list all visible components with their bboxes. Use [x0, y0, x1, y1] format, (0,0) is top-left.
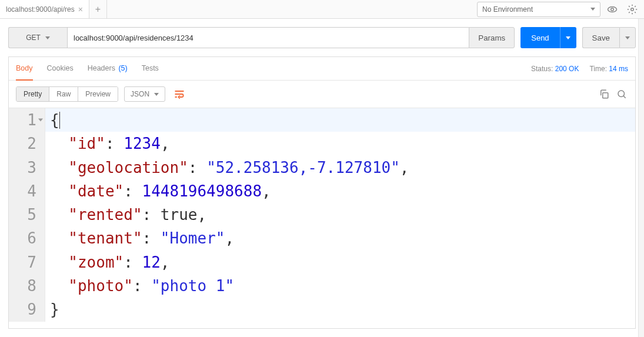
response-panel: Body Cookies Headers (5) Tests Status: 2… [8, 56, 636, 329]
line-number: 8 [9, 274, 45, 298]
tab-cookies[interactable]: Cookies [47, 57, 74, 81]
status-value: 200 OK [555, 65, 579, 73]
code-line: 9} [9, 298, 635, 321]
environment-label: No Environment [482, 5, 533, 14]
new-tab-button[interactable]: + [89, 0, 107, 18]
search-icon[interactable] [615, 88, 628, 101]
code-line: 8 "photo": "photo 1" [9, 274, 635, 298]
environment-preview-icon[interactable] [604, 2, 620, 17]
tab-tests[interactable]: Tests [142, 57, 159, 81]
code-line: 5 "rented": true, [9, 203, 635, 226]
send-button[interactable]: Send [520, 27, 559, 48]
code-content: } [45, 298, 635, 321]
code-content: "date": 1448196498688, [45, 179, 635, 203]
code-content: { [45, 108, 635, 132]
tab-headers-count: (5) [118, 64, 127, 72]
close-icon[interactable]: × [78, 5, 83, 14]
code-line: 3 "geolocation": "52.258136,-7.127810", [9, 156, 635, 179]
status-label: Status: [531, 65, 553, 73]
svg-rect-3 [603, 93, 608, 98]
chevron-down-icon [625, 36, 630, 39]
request-tab[interactable]: localhost:9000/api/res × [0, 0, 89, 18]
code-content: "id": 1234, [45, 132, 635, 155]
line-number: 3 [9, 156, 45, 179]
tab-body[interactable]: Body [16, 57, 33, 81]
send-options-button[interactable] [560, 27, 576, 48]
line-number: 6 [9, 226, 45, 250]
code-content: "geolocation": "52.258136,-7.127810", [45, 156, 635, 179]
response-body-viewer[interactable]: 1{2 "id": 1234,3 "geolocation": "52.2581… [9, 108, 635, 328]
tabs-container: localhost:9000/api/res × + [0, 0, 107, 18]
line-number: 5 [9, 203, 45, 226]
top-bar: localhost:9000/api/res × + No Environmen… [0, 0, 644, 19]
environment-select[interactable]: No Environment [477, 2, 600, 17]
response-meta: Status: 200 OK Time: 14 ms [531, 65, 628, 73]
chevron-down-icon [45, 36, 50, 39]
copy-icon[interactable] [598, 88, 610, 101]
svg-point-4 [618, 91, 625, 97]
line-number: 7 [9, 251, 45, 274]
view-raw-button[interactable]: Raw [49, 87, 78, 101]
tab-headers[interactable]: Headers (5) [88, 57, 128, 81]
view-mode-segment: Pretty Raw Preview [16, 86, 118, 102]
code-line: 1{ [9, 108, 635, 132]
view-pretty-button[interactable]: Pretty [16, 87, 49, 101]
code-line: 4 "date": 1448196498688, [9, 179, 635, 203]
code-content: "tenant": "Homer", [45, 226, 635, 250]
url-input[interactable] [67, 27, 469, 48]
time-value: 14 ms [609, 65, 628, 73]
code-content: "zoom": 12, [45, 251, 635, 274]
params-button[interactable]: Params [469, 27, 515, 48]
request-row: GET Params Send Save [0, 19, 644, 56]
code-line: 2 "id": 1234, [9, 132, 635, 155]
http-method-select[interactable]: GET [8, 27, 67, 48]
chevron-down-icon [154, 93, 159, 96]
line-number: 2 [9, 132, 45, 155]
code-content: "rented": true, [45, 203, 635, 226]
format-select[interactable]: JSON [124, 86, 165, 102]
line-number: 4 [9, 179, 45, 203]
time-label: Time: [589, 65, 607, 73]
svg-point-1 [611, 8, 614, 11]
gear-icon[interactable] [624, 2, 640, 17]
response-tabs-row: Body Cookies Headers (5) Tests Status: 2… [9, 57, 635, 81]
svg-point-0 [608, 6, 617, 12]
http-method-value: GET [26, 34, 41, 42]
format-label: JSON [131, 90, 149, 98]
text-cursor [59, 112, 60, 129]
tab-title: localhost:9000/api/res [6, 5, 75, 14]
svg-point-2 [631, 8, 634, 11]
chevron-down-icon [566, 36, 570, 39]
chevron-down-icon [590, 8, 595, 11]
code-line: 6 "tenant": "Homer", [9, 226, 635, 250]
wrap-lines-icon[interactable] [171, 86, 188, 102]
line-number: 9 [9, 298, 45, 321]
view-preview-button[interactable]: Preview [78, 87, 118, 101]
code-line: 7 "zoom": 12, [9, 251, 635, 274]
scrollbar-track[interactable] [638, 19, 644, 337]
save-button[interactable]: Save [582, 27, 619, 48]
response-toolbar: Pretty Raw Preview JSON [9, 81, 635, 108]
code-content: "photo": "photo 1" [45, 274, 635, 298]
save-options-button[interactable] [619, 27, 636, 48]
environment-controls: No Environment [477, 2, 644, 17]
tab-headers-label: Headers [88, 64, 115, 72]
line-number: 1 [9, 108, 45, 132]
